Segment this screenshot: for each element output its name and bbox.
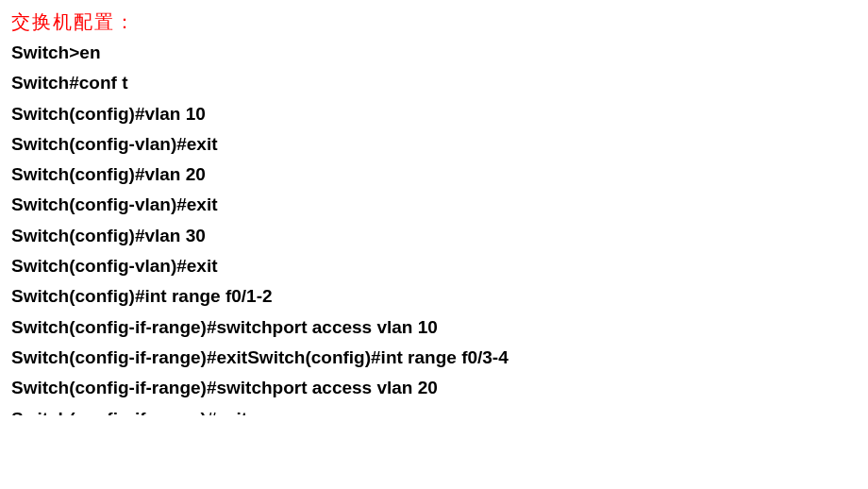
cli-line: Switch(config-if-range)#exitSwitch(confi… bbox=[11, 343, 857, 373]
cli-line: Switch(config-vlan)#exit bbox=[11, 190, 857, 220]
cli-line: Switch(config-vlan)#exit bbox=[11, 251, 857, 281]
config-title: 交换机配置： bbox=[11, 6, 857, 38]
cli-line: Switch(config-if-range)#switchport acces… bbox=[11, 373, 857, 403]
cli-line: Switch#conf t bbox=[11, 68, 857, 98]
cli-line: Switch(config)#vlan 20 bbox=[11, 160, 857, 190]
cli-line: Switch(config)#vlan 10 bbox=[11, 99, 857, 129]
cli-line: Switch(config)#vlan 30 bbox=[11, 221, 857, 251]
cli-line: Switch(config)#int range f0/1-2 bbox=[11, 281, 857, 312]
cli-line: Switch(config-if-range)#switchport acces… bbox=[11, 312, 857, 343]
cli-line-partial: Switch(config-if-range)#exit bbox=[11, 404, 857, 415]
cli-line: Switch>en bbox=[11, 38, 857, 68]
cli-line: Switch(config-vlan)#exit bbox=[11, 129, 857, 160]
